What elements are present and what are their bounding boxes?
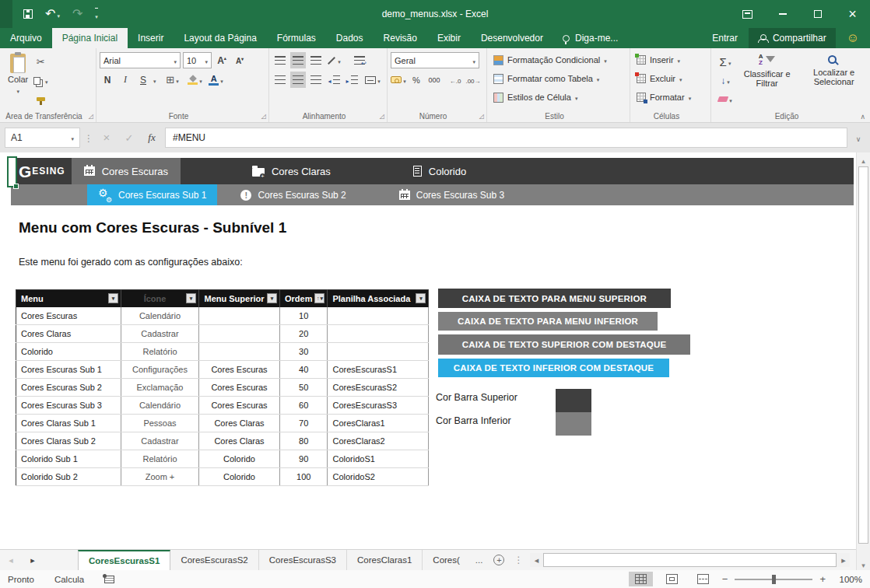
filter-button[interactable] bbox=[267, 293, 277, 303]
share-button[interactable]: Compartilhar bbox=[749, 28, 836, 48]
clipboard-dialog-launcher[interactable] bbox=[89, 113, 93, 120]
customize-quick-access-button[interactable] bbox=[95, 8, 98, 20]
font-size-select[interactable]: 10 bbox=[183, 52, 212, 68]
expand-formula-bar-button[interactable] bbox=[851, 131, 865, 145]
filter-button[interactable] bbox=[416, 293, 426, 303]
enter-entry-button[interactable] bbox=[120, 128, 139, 148]
paste-button[interactable]: Colar bbox=[8, 52, 28, 107]
sheet-tab-coresescurass3[interactable]: CoresEscurasS3 bbox=[259, 550, 347, 570]
ribbon-display-options-button[interactable] bbox=[730, 0, 765, 28]
table-cell[interactable]: 80 bbox=[280, 432, 328, 450]
sheet-tab-coresescurass2[interactable]: CoresEscurasS2 bbox=[170, 550, 258, 570]
format-as-table-button[interactable]: Formatar como Tabela bbox=[493, 71, 626, 86]
number-dialog-launcher[interactable] bbox=[479, 113, 484, 120]
decrease-indent-button[interactable] bbox=[326, 72, 342, 88]
textbox-inferior-destaque[interactable]: CAIXA DE TEXTO INFERIOR COM DESTAQUE bbox=[438, 359, 669, 377]
table-cell[interactable]: ColoridoS2 bbox=[328, 468, 429, 486]
tab-formulas[interactable]: Fórmulas bbox=[267, 28, 326, 48]
table-cell[interactable]: CoresEscurasS2 bbox=[328, 379, 429, 397]
table-cell[interactable]: Cadastrar bbox=[121, 432, 199, 450]
table-cell[interactable]: Cores Escuras bbox=[16, 307, 121, 325]
zoom-in-button[interactable] bbox=[819, 573, 826, 585]
table-cell[interactable]: Colorido Sub 2 bbox=[16, 468, 121, 486]
table-cell[interactable]: Cores Claras bbox=[199, 432, 280, 450]
table-cell[interactable]: ColoridoS1 bbox=[328, 450, 429, 468]
table-cell[interactable]: 10 bbox=[280, 307, 328, 325]
underline-dropdown-arrow[interactable] bbox=[153, 75, 156, 85]
scroll-down-button[interactable] bbox=[857, 557, 870, 570]
menu-item-colorido[interactable]: Colorido bbox=[401, 158, 479, 184]
page-break-view-button[interactable] bbox=[691, 572, 715, 586]
table-cell[interactable] bbox=[328, 325, 429, 343]
table-cell[interactable]: 30 bbox=[280, 343, 328, 361]
filter-sorted-button[interactable] bbox=[314, 293, 324, 303]
table-cell[interactable] bbox=[199, 343, 280, 361]
bold-button[interactable]: N bbox=[100, 72, 115, 88]
tab-dados[interactable]: Dados bbox=[326, 28, 374, 48]
add-sheet-button[interactable] bbox=[488, 550, 510, 570]
accounting-format-button[interactable] bbox=[391, 72, 406, 88]
format-painter-button[interactable] bbox=[33, 91, 48, 107]
table-cell[interactable] bbox=[199, 325, 280, 343]
table-cell[interactable]: Cores Claras bbox=[199, 415, 280, 432]
tab-exibir[interactable]: Exibir bbox=[427, 28, 471, 48]
table-cell[interactable]: Cores Claras bbox=[16, 325, 121, 343]
table-cell[interactable]: Calendário bbox=[121, 397, 199, 415]
table-cell[interactable]: CoresClaras2 bbox=[328, 432, 429, 450]
zoom-level[interactable]: 100% bbox=[833, 575, 862, 584]
wrap-text-button[interactable] bbox=[352, 52, 367, 68]
maximize-button[interactable] bbox=[800, 0, 835, 28]
insert-function-button[interactable]: fx bbox=[142, 128, 161, 148]
tab-desenvolvedor[interactable]: Desenvolvedor bbox=[471, 28, 553, 48]
cut-button[interactable] bbox=[33, 54, 48, 70]
scroll-right-button[interactable] bbox=[837, 553, 850, 567]
table-cell[interactable]: CoresClaras1 bbox=[328, 415, 429, 432]
table-cell[interactable]: Relatório bbox=[121, 343, 199, 361]
textbox-menu-inferior[interactable]: CAIXA DE TEXTO PARA MENU INFERIOR bbox=[438, 312, 658, 331]
redo-button[interactable] bbox=[72, 8, 82, 20]
table-cell[interactable]: 40 bbox=[280, 361, 328, 379]
zoom-slider[interactable] bbox=[735, 579, 812, 580]
normal-view-button[interactable] bbox=[629, 572, 653, 586]
table-cell[interactable]: Colorido bbox=[199, 450, 280, 468]
decrease-font-button[interactable] bbox=[232, 52, 247, 68]
sheet-tab-truncated[interactable]: Cores( bbox=[423, 550, 470, 570]
align-middle-button[interactable] bbox=[290, 52, 306, 68]
comma-style-button[interactable]: 000 bbox=[426, 72, 442, 88]
sheet-tab-coresclaras1[interactable]: CoresClaras1 bbox=[347, 550, 423, 570]
increase-decimal-button[interactable] bbox=[447, 72, 463, 88]
fill-color-button[interactable] bbox=[188, 72, 203, 88]
table-cell[interactable]: 20 bbox=[280, 325, 328, 343]
table-cell[interactable]: Relatório bbox=[121, 450, 199, 468]
table-cell[interactable]: Calendário bbox=[121, 307, 199, 325]
table-cell[interactable]: Pessoas bbox=[121, 415, 199, 432]
italic-button[interactable]: I bbox=[118, 72, 133, 88]
sort-filter-button[interactable]: Classificar e Filtrar bbox=[739, 52, 795, 107]
table-cell[interactable]: CoresEscurasS1 bbox=[328, 361, 429, 379]
table-cell[interactable] bbox=[328, 307, 429, 325]
align-bottom-button[interactable] bbox=[308, 52, 324, 68]
vertical-scrollbar[interactable] bbox=[856, 152, 870, 570]
copy-button[interactable] bbox=[33, 72, 48, 89]
insert-cells-button[interactable]: Inserir bbox=[637, 52, 707, 68]
table-cell[interactable]: Cores Escuras Sub 3 bbox=[16, 397, 121, 415]
borders-button[interactable] bbox=[165, 72, 181, 88]
submenu-item-sub2[interactable]: Cores Escuras Sub 2 bbox=[230, 184, 356, 205]
sheet-nav-left-button[interactable] bbox=[0, 550, 22, 570]
fill-button[interactable] bbox=[717, 72, 733, 89]
macro-record-icon[interactable] bbox=[104, 576, 114, 583]
tab-revisao[interactable]: Revisão bbox=[374, 28, 427, 48]
submenu-item-sub3[interactable]: Cores Escuras Sub 3 bbox=[388, 184, 515, 205]
align-left-button[interactable] bbox=[272, 72, 288, 88]
menu-item-cores-claras[interactable]: Cores Claras bbox=[240, 158, 343, 184]
table-cell[interactable] bbox=[199, 307, 280, 325]
underline-button[interactable]: S bbox=[135, 72, 151, 88]
decrease-decimal-button[interactable] bbox=[465, 72, 481, 88]
cell-styles-button[interactable]: Estilos de Célula bbox=[493, 89, 626, 105]
minimize-button[interactable] bbox=[765, 0, 800, 28]
orientation-button[interactable] bbox=[326, 52, 342, 68]
increase-indent-button[interactable] bbox=[344, 72, 360, 88]
tab-pagina-inicial[interactable]: Página Inicial bbox=[52, 28, 128, 48]
table-cell[interactable]: Cores Escuras Sub 2 bbox=[16, 379, 121, 397]
formula-input[interactable]: #MENU bbox=[165, 128, 847, 148]
